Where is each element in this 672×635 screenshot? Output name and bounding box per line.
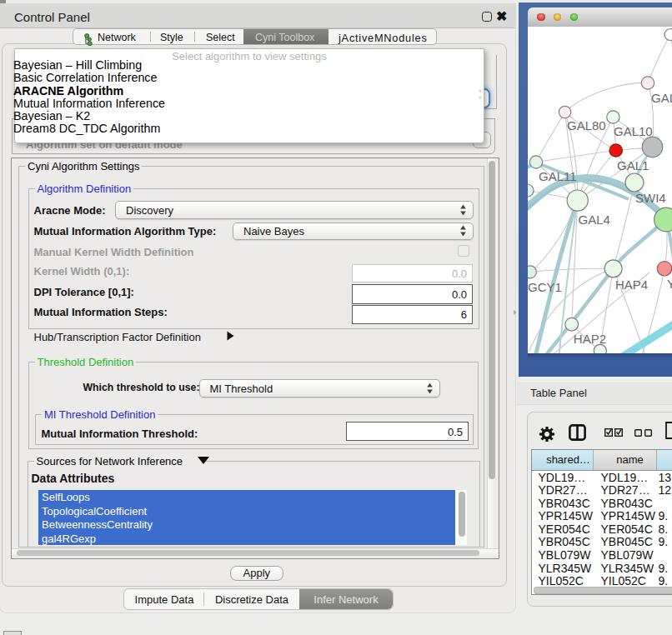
svg-text:SWI4: SWI4 [635, 190, 666, 204]
svg-text:YM: YM [667, 276, 672, 290]
svg-text:GAL1: GAL1 [617, 158, 649, 172]
svg-text:HAP2: HAP2 [574, 331, 606, 345]
svg-text:GCY1: GCY1 [528, 279, 562, 293]
svg-text:GAL10: GAL10 [614, 123, 653, 138]
svg-text:GAL7: GAL7 [651, 91, 672, 105]
svg-text:GAL80: GAL80 [567, 118, 606, 132]
svg-text:GAL4: GAL4 [579, 212, 610, 226]
svg-text:GAL11: GAL11 [539, 168, 577, 182]
svg-text:HAP4: HAP4 [615, 278, 648, 292]
